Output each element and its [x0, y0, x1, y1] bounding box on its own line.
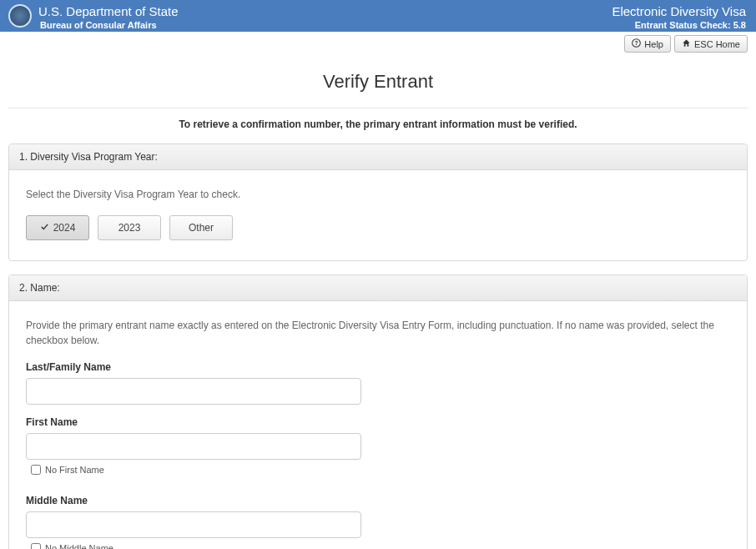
header-right: Electronic Diversity Visa Entrant Status…: [612, 5, 746, 30]
section-name: 2. Name: Provide the primary entrant nam…: [8, 274, 748, 549]
no-middle-name-checkbox[interactable]: [31, 543, 41, 549]
page-title: Verify Entrant: [0, 71, 756, 93]
dept-title: U.S. Department of State: [38, 5, 179, 19]
no-first-name-checkbox[interactable]: [31, 465, 41, 475]
year-other-button[interactable]: Other: [169, 215, 233, 240]
svg-text:?: ?: [635, 40, 638, 46]
section-program-year: 1. Diversity Visa Program Year: Select t…: [8, 144, 748, 261]
last-name-input[interactable]: [26, 378, 361, 405]
last-name-label: Last/Family Name: [26, 361, 730, 373]
header-left: U.S. Department of State Bureau of Consu…: [8, 5, 179, 30]
year-2024-button[interactable]: 2024: [26, 215, 89, 240]
help-label: Help: [644, 39, 663, 49]
help-button[interactable]: ? Help: [624, 35, 671, 53]
app-name: Electronic Diversity Visa: [612, 5, 746, 19]
no-first-name-label: No First Name: [45, 465, 104, 475]
year-2024-label: 2024: [53, 222, 76, 234]
section1-prompt: Select the Diversity Visa Program Year t…: [26, 187, 730, 202]
first-name-label: First Name: [26, 416, 730, 428]
year-2023-button[interactable]: 2023: [98, 215, 161, 240]
year-other-label: Other: [189, 222, 214, 234]
year-options: 2024 2023 Other: [26, 215, 730, 240]
check-icon: [40, 222, 49, 234]
no-middle-name-label: No Middle Name: [45, 543, 113, 549]
app-version: Entrant Status Check: 5.8: [612, 20, 746, 30]
middle-name-label: Middle Name: [26, 495, 730, 506]
section2-heading: 2. Name:: [9, 275, 747, 301]
home-icon: [682, 38, 691, 49]
toolbar: ? Help ESC Home: [0, 32, 756, 53]
bureau-subtitle: Bureau of Consular Affairs: [38, 20, 179, 30]
seal-icon: [8, 4, 32, 28]
middle-name-input[interactable]: [26, 511, 361, 538]
divider: [8, 108, 748, 108]
help-icon: ?: [632, 38, 641, 49]
home-button[interactable]: ESC Home: [674, 35, 748, 53]
page-instruction: To retrieve a confirmation number, the p…: [0, 118, 756, 130]
first-name-input[interactable]: [26, 433, 361, 460]
home-label: ESC Home: [694, 39, 740, 49]
section2-prompt: Provide the primary entrant name exactly…: [26, 318, 730, 348]
section1-heading: 1. Diversity Visa Program Year:: [9, 144, 747, 170]
app-header: U.S. Department of State Bureau of Consu…: [0, 0, 756, 32]
year-2023-label: 2023: [118, 222, 141, 234]
